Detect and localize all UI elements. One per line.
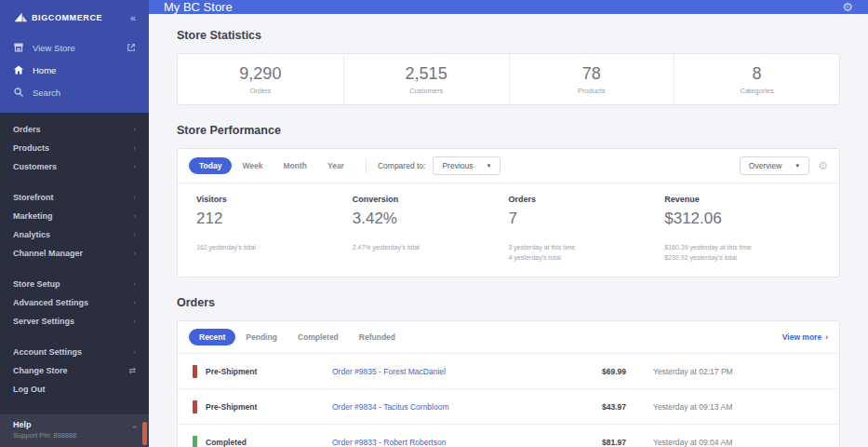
tab-month[interactable]: Month	[273, 157, 317, 174]
sidebar-item-label: Search	[33, 88, 60, 98]
order-row: Pre-Shipment Order #9835 - Forest MacDan…	[178, 353, 839, 388]
sidebar-item-change-store[interactable]: Change Store⇄	[0, 361, 149, 380]
stat-orders: 9,290 Orders	[178, 54, 343, 104]
sidebar-item-label: Advanced Settings	[13, 298, 88, 307]
tab-refunded[interactable]: Refunded	[349, 329, 406, 345]
stat-value: 78	[510, 64, 674, 84]
sidebar: BIGCOMMERCE « View Store Home Search	[0, 0, 149, 447]
sidebar-item-products[interactable]: Products›	[0, 139, 149, 157]
sidebar-item-log-out[interactable]: Log Out	[0, 380, 149, 399]
sidebar-item-marketing[interactable]: Marketing›	[0, 207, 149, 225]
help-panel[interactable]: Help Support Pin: 888888 ›	[0, 414, 149, 447]
stat-label: Customers	[344, 87, 509, 95]
order-date: Yesterday at 09:13 AM	[653, 402, 824, 412]
chevron-right-icon: ›	[133, 125, 136, 134]
overview-value: Overview	[749, 161, 781, 170]
order-link[interactable]: Order #9833 - Robert Robertson	[332, 438, 602, 447]
metric-subtext	[353, 253, 509, 264]
sidebar-item-account-settings[interactable]: Account Settings›	[0, 343, 149, 361]
status-label: Pre-Shipment	[206, 367, 257, 376]
sidebar-group-growth: Storefront› Marketing› Analytics› Channe…	[0, 188, 149, 263]
sidebar-collapse-icon[interactable]: «	[130, 12, 136, 23]
sidebar-item-label: Channel Manager	[13, 249, 83, 258]
sidebar-item-label: Customers	[13, 162, 57, 171]
order-row: Pre-Shipment Order #9834 - Tacitus Cornb…	[178, 388, 839, 424]
main-area: My BC Store ⚙ Store Statistics 9,290 Ord…	[149, 0, 868, 447]
chevron-up-icon: ›	[130, 426, 139, 428]
metric-label: Orders	[509, 195, 665, 204]
chevron-right-icon: ›	[133, 317, 136, 326]
tab-today[interactable]: Today	[189, 157, 232, 174]
settings-gear-icon[interactable]: ⚙	[842, 0, 853, 14]
sidebar-item-label: Account Settings	[13, 347, 82, 357]
compared-to-label: Compared to:	[378, 161, 426, 170]
tab-week[interactable]: Week	[232, 157, 273, 174]
sidebar-item-orders[interactable]: Orders›	[0, 120, 149, 139]
chevron-right-icon: ›	[133, 249, 136, 258]
sidebar-item-channel-manager[interactable]: Channel Manager›	[0, 244, 149, 263]
overview-select[interactable]: Overview ▼	[740, 156, 809, 175]
sidebar-item-customers[interactable]: Customers›	[0, 157, 149, 176]
sidebar-top-section: BIGCOMMERCE « View Store Home Search	[0, 0, 149, 113]
compared-to-select[interactable]: Previous ▼	[433, 156, 501, 175]
statistics-card: 9,290 Orders 2,515 Customers 78 Products…	[177, 53, 840, 105]
sidebar-item-analytics[interactable]: Analytics›	[0, 225, 149, 244]
metric-value: 212	[196, 210, 353, 228]
tab-year[interactable]: Year	[317, 157, 354, 174]
stat-value: 8	[674, 64, 839, 84]
sidebar-item-advanced-settings[interactable]: Advanced Settings›	[0, 293, 149, 312]
tab-recent[interactable]: Recent	[189, 329, 235, 345]
search-icon	[13, 87, 24, 98]
performance-gear-icon[interactable]: ⚙	[818, 159, 828, 172]
performance-controls: Today Week Month Year Compared to: Previ…	[178, 149, 839, 183]
order-price: $43.97	[602, 402, 653, 412]
sidebar-scrollbar-thumb[interactable]	[142, 422, 147, 445]
sidebar-item-label: Change Store	[13, 366, 68, 375]
home-icon	[13, 64, 24, 75]
metric-visitors: Visitors 212 162 yesterday's total	[196, 195, 353, 264]
chevron-right-icon: ›	[133, 193, 136, 202]
sidebar-item-label: Server Settings	[13, 317, 74, 326]
metric-subtext	[196, 253, 353, 264]
tab-pending[interactable]: Pending	[235, 329, 287, 345]
store-performance-section: Store Performance Today Week Month Year …	[177, 124, 840, 278]
stat-label: Products	[510, 87, 674, 95]
store-statistics-section: Store Statistics 9,290 Orders 2,515 Cust…	[177, 29, 840, 105]
top-header: My BC Store ⚙	[149, 0, 868, 14]
stat-value: 9,290	[178, 64, 343, 84]
section-title: Store Performance	[177, 124, 840, 137]
metric-subtext: 162 yesterday's total	[196, 243, 353, 253]
order-link[interactable]: Order #9834 - Tacitus Cornbloom	[332, 402, 602, 412]
chevron-right-icon: ›	[825, 332, 828, 342]
switch-store-icon: ⇄	[128, 366, 136, 375]
sidebar-item-label: Marketing	[13, 211, 53, 221]
order-price: $69.99	[602, 367, 653, 376]
dashboard-content: Store Statistics 9,290 Orders 2,515 Cust…	[149, 14, 868, 447]
chevron-right-icon: ›	[133, 211, 136, 221]
sidebar-item-server-settings[interactable]: Server Settings›	[0, 312, 149, 331]
tab-completed[interactable]: Completed	[287, 329, 349, 345]
sidebar-item-home[interactable]: Home	[0, 59, 149, 81]
sidebar-item-store-setup[interactable]: Store Setup›	[0, 275, 149, 293]
sidebar-item-label: Orders	[13, 125, 41, 134]
chevron-right-icon: ›	[133, 347, 136, 357]
sidebar-item-storefront[interactable]: Storefront›	[0, 188, 149, 207]
view-more-link[interactable]: View more›	[782, 332, 828, 342]
external-link-icon	[127, 43, 136, 52]
order-link[interactable]: Order #9835 - Forest MacDaniel	[332, 367, 602, 376]
performance-card: Today Week Month Year Compared to: Previ…	[177, 148, 840, 278]
sidebar-item-label: Products	[13, 143, 49, 153]
metric-subtext: $160.39 yesterday at this time	[664, 243, 821, 253]
sidebar-item-label: Analytics	[13, 230, 50, 239]
section-title: Store Statistics	[177, 29, 840, 42]
chevron-right-icon: ›	[133, 162, 136, 171]
orders-section: Orders Recent Pending Completed Refunded…	[177, 296, 840, 447]
order-date: Yesterday at 09:04 AM	[653, 438, 824, 447]
stat-label: Orders	[178, 87, 343, 95]
status-color-bar	[193, 365, 197, 378]
metric-value: 7	[509, 210, 665, 228]
metric-subtext: 4 yesterday's total	[509, 253, 665, 264]
sidebar-item-search[interactable]: Search	[0, 81, 149, 103]
sidebar-item-label: Home	[33, 65, 56, 75]
sidebar-item-view-store[interactable]: View Store	[0, 36, 149, 59]
